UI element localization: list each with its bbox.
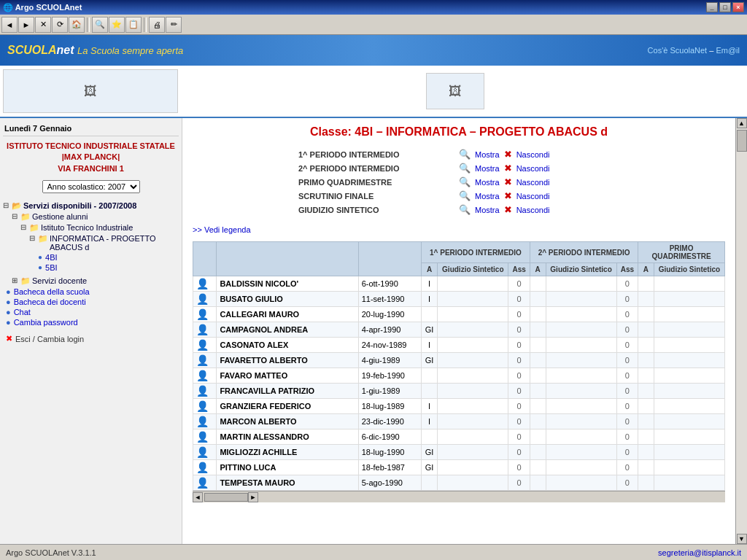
student-giudizio1 (438, 429, 508, 445)
student-giudizio1 (438, 414, 508, 429)
folder-istituto-icon: 📁 (29, 223, 39, 233)
exit-item[interactable]: ✖ Esci / Cambia login (3, 332, 179, 346)
student-giudizio2 (546, 414, 616, 429)
exit-label: Esci / Cambia login (15, 335, 84, 343)
th-ass1: Ass (508, 263, 530, 276)
vertical-scrollbar[interactable]: ▲ ▼ (735, 118, 747, 544)
student-avatar-cell: 👤 (193, 276, 217, 292)
student-giudizio3 (654, 414, 724, 429)
tree-4bi[interactable]: ● 4BI (3, 252, 179, 262)
banner-area: 🖼 🖼 (0, 66, 747, 118)
cosè-link[interactable]: Cos'è ScuolaNet (648, 46, 708, 55)
email-link[interactable]: Em@il (716, 46, 740, 55)
tree-5bi[interactable]: ● 5BI (3, 262, 179, 273)
header-links: Cos'è ScuolaNet – Em@il (648, 46, 740, 55)
student-code3 (638, 322, 654, 338)
tree-informatica-label: INFORMATICA - PROGETTO ABACUS d (50, 234, 179, 252)
student-ass2: 0 (616, 276, 638, 292)
sidebar-cambia-password[interactable]: ● Cambia password (3, 317, 179, 327)
tree-informatica[interactable]: ⊟ 📁 INFORMATICA - PROGETTO ABACUS d (3, 233, 179, 252)
student-giudizio2 (546, 338, 616, 353)
mostra-btn-3[interactable]: Mostra (475, 192, 500, 201)
student-giudizio3 (654, 460, 724, 475)
tree-4bi-label[interactable]: 4BI (45, 253, 58, 262)
maximize-button[interactable]: □ (719, 2, 731, 12)
nascondi-btn-4[interactable]: Nascondi (516, 206, 550, 214)
vscroll-down-arrow[interactable]: ▼ (737, 534, 747, 544)
student-code3 (638, 353, 654, 368)
stop-button[interactable]: ✕ (35, 17, 51, 33)
th-giudizio1: Giudizio Sintetico (438, 263, 508, 276)
year-select[interactable]: Anno scolastico: 2007 (42, 180, 140, 193)
minimize-button[interactable]: _ (706, 2, 718, 12)
nascondi-btn-0[interactable]: Nascondi (516, 150, 550, 159)
student-ass2: 0 (616, 368, 638, 384)
student-avatar-cell: 👤 (193, 322, 217, 338)
hscroll-left-arrow[interactable]: ◄ (193, 492, 203, 502)
nascondi-btn-1[interactable]: Nascondi (516, 164, 550, 173)
mostra-btn-2[interactable]: Mostra (475, 178, 500, 187)
student-name: CASONATO ALEX (217, 338, 358, 353)
toolbar-sep2 (144, 18, 147, 32)
edit-button[interactable]: ✏ (166, 17, 182, 33)
close-button[interactable]: × (732, 2, 744, 12)
student-code1 (422, 475, 438, 491)
nascondi-btn-3[interactable]: Nascondi (516, 192, 550, 201)
hscroll-thumb[interactable] (204, 493, 248, 502)
mostra-btn-1[interactable]: Mostra (475, 164, 500, 173)
refresh-button[interactable]: ⟳ (52, 17, 68, 33)
periodo-row-3: SCRUTINIO FINALE 🔍 Mostra ✖ Nascondi (298, 190, 619, 201)
avatar-icon: 👤 (196, 477, 209, 489)
student-code1: I (422, 338, 438, 353)
vscroll-up-arrow[interactable]: ▲ (737, 118, 747, 128)
favorites-button[interactable]: ⭐ (109, 17, 125, 33)
vscroll-thumb[interactable] (737, 130, 747, 152)
tree-gestione[interactable]: ⊟ 📁 Gestione alunni (3, 211, 179, 222)
mostra-btn-0[interactable]: Mostra (475, 150, 500, 159)
search-button[interactable]: 🔍 (92, 17, 108, 33)
student-ass2: 0 (616, 292, 638, 307)
folder-open-icon: 📂 (12, 201, 22, 211)
table-row: 👤 BALDISSIN NICOLO' 6-ott-1990 I 0 0 (193, 276, 725, 292)
periodo-row-0: 1^ PERIODO INTERMEDIO 🔍 Mostra ✖ Nascond… (298, 149, 619, 160)
tree-5bi-label[interactable]: 5BI (45, 263, 58, 272)
student-ass2: 0 (616, 307, 638, 322)
sidebar-chat[interactable]: ● Chat (3, 307, 179, 317)
student-code3 (638, 276, 654, 292)
tree-istituto[interactable]: ⊟ 📁 Istituto Tecnico Industriale (3, 222, 179, 233)
student-avatar-cell: 👤 (193, 414, 217, 429)
content-inner: Classe: 4BI – INFORMATICA – PROGETTO ABA… (182, 118, 735, 544)
hscroll-right-arrow[interactable]: ► (248, 492, 258, 502)
sidebar-bacheca-scuola[interactable]: ● Bacheca della scuola (3, 287, 179, 297)
main-layout: Lunedì 7 Gennaio ISTITUTO TECNICO INDUST… (0, 118, 747, 544)
th-ass2: Ass (616, 263, 638, 276)
tree-servizi-root[interactable]: ⊟ 📂 Servizi disponibili - 2007/2008 (3, 201, 179, 211)
legenda-link[interactable]: >> Vedi legenda (193, 225, 725, 241)
history-button[interactable]: 📋 (125, 17, 142, 33)
home-button[interactable]: 🏠 (69, 17, 85, 33)
forward-button[interactable]: ► (18, 17, 34, 33)
student-giudizio2 (546, 292, 616, 307)
search-icon-0: 🔍 (459, 149, 471, 160)
student-ass1: 0 (508, 460, 530, 475)
student-avatar-cell: 👤 (193, 368, 217, 384)
student-name: GRANZIERA FEDERICO (217, 399, 358, 414)
back-button[interactable]: ◄ (1, 17, 18, 33)
statusbar-email[interactable]: segreteria@itisplanck.it (658, 548, 741, 557)
horizontal-scrollbar[interactable]: ◄ ► (193, 491, 725, 502)
search-icon-3: 🔍 (459, 190, 471, 201)
tree-toggle-info: ⊟ (29, 234, 38, 242)
print-button[interactable]: 🖨 (149, 17, 165, 33)
student-code1: I (422, 276, 438, 292)
folder-info-icon: 📁 (38, 234, 48, 244)
student-avatar-cell: 👤 (193, 475, 217, 491)
nascondi-btn-2[interactable]: Nascondi (516, 178, 550, 187)
student-code3 (638, 292, 654, 307)
student-ass1: 0 (508, 276, 530, 292)
mostra-btn-4[interactable]: Mostra (475, 206, 500, 214)
th-giudizio3: Giudizio Sintetico (654, 263, 724, 276)
sidebar-bacheca-docenti[interactable]: ● Bacheca dei docenti (3, 297, 179, 307)
tree-servizi-docente[interactable]: ⊞ 📁 Servizi docente (3, 276, 179, 287)
student-giudizio3 (654, 399, 724, 414)
student-ass1: 0 (508, 475, 530, 491)
